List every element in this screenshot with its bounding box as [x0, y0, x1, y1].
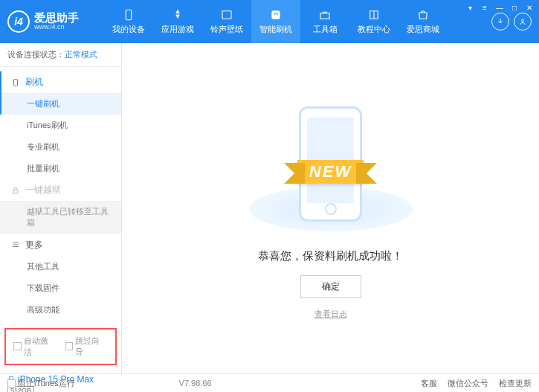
sub-advanced[interactable]: 高级功能: [0, 299, 121, 321]
version-label: V7.98.66: [179, 379, 212, 388]
success-message: 恭喜您，保资料刷机成功啦！: [258, 249, 403, 263]
footer-wechat[interactable]: 微信公众号: [448, 378, 488, 389]
checkbox-block-itunes[interactable]: 阻止iTunes运行: [7, 378, 75, 389]
logo-icon: i4: [7, 10, 30, 33]
sub-oneclick-flash[interactable]: 一键刷机: [0, 93, 121, 115]
footer-support[interactable]: 客服: [421, 378, 437, 389]
app-url: www.i4.cn: [34, 24, 79, 31]
svg-point-4: [522, 19, 524, 22]
user-button[interactable]: [514, 13, 532, 30]
phone-icon: [122, 8, 135, 22]
sub-download-firmware[interactable]: 下载固件: [0, 277, 121, 299]
store-icon: [416, 8, 430, 22]
sidebar: 设备连接状态：正常模式 刷机 一键刷机 iTunes刷机 专业刷机 批量刷机 一…: [0, 43, 122, 373]
image-icon: [220, 8, 233, 22]
menu-more[interactable]: 更多: [0, 234, 121, 256]
nav-apps[interactable]: 应用游戏: [153, 0, 202, 43]
connection-status: 设备连接状态：正常模式: [0, 43, 121, 67]
nav-toolbox[interactable]: 工具箱: [300, 0, 349, 43]
header: i4 爱思助手 www.i4.cn 我的设备 应用游戏 铃声壁纸 智能刷机 工具…: [0, 0, 539, 43]
phone-small-icon: [10, 78, 21, 87]
new-ribbon: NEW: [297, 160, 364, 184]
options-highlight: 自动激活 跳过向导: [4, 328, 117, 365]
checkbox-skip-guide[interactable]: 跳过向导: [65, 335, 109, 358]
toolbox-icon: [318, 8, 332, 22]
ok-button[interactable]: 确定: [300, 275, 361, 298]
nav-tutorials[interactable]: 教程中心: [349, 0, 398, 43]
app-title: 爱思助手: [34, 12, 79, 25]
view-log-link[interactable]: 查看日志: [314, 309, 347, 320]
sub-other-tools[interactable]: 其他工具: [0, 256, 121, 277]
list-icon: [10, 240, 21, 249]
minimize-icon[interactable]: —: [494, 2, 505, 13]
svg-rect-5: [14, 79, 18, 86]
jailbreak-note: 越狱工具已转移至工具箱: [0, 201, 121, 234]
top-nav: 我的设备 应用游戏 铃声壁纸 智能刷机 工具箱 教程中心 爱思商城: [104, 0, 491, 43]
tray-icon[interactable]: ▾: [465, 2, 475, 13]
close-icon[interactable]: ✕: [524, 2, 535, 13]
checkbox-auto-activate[interactable]: 自动激活: [13, 335, 57, 358]
footer-update[interactable]: 检查更新: [499, 378, 532, 389]
success-illustration: NEW: [249, 97, 413, 231]
svg-rect-6: [13, 190, 18, 193]
sub-batch-flash[interactable]: 批量刷机: [0, 158, 121, 179]
logo: i4 爱思助手 www.i4.cn: [7, 10, 104, 33]
menu-flash[interactable]: 刷机: [0, 71, 121, 93]
sub-itunes-flash[interactable]: iTunes刷机: [0, 115, 121, 136]
refresh-icon: [269, 8, 283, 22]
nav-ringtones[interactable]: 铃声壁纸: [202, 0, 251, 43]
maximize-icon[interactable]: □: [509, 2, 520, 13]
app-icon: [171, 8, 184, 22]
menu-jailbreak: 一键越狱: [0, 179, 121, 201]
svg-rect-1: [222, 11, 231, 19]
sub-pro-flash[interactable]: 专业刷机: [0, 136, 121, 158]
nav-flash[interactable]: 智能刷机: [251, 0, 300, 43]
menu-icon[interactable]: ≡: [480, 2, 490, 13]
book-icon: [367, 8, 381, 22]
svg-rect-3: [320, 13, 329, 19]
lock-icon: [10, 186, 21, 195]
nav-store[interactable]: 爱思商城: [398, 0, 448, 43]
svg-rect-2: [272, 11, 280, 19]
download-button[interactable]: [491, 13, 509, 30]
nav-my-device[interactable]: 我的设备: [104, 0, 153, 43]
svg-rect-0: [126, 10, 132, 20]
main-content: NEW 恭喜您，保资料刷机成功啦！ 确定 查看日志: [122, 43, 539, 373]
